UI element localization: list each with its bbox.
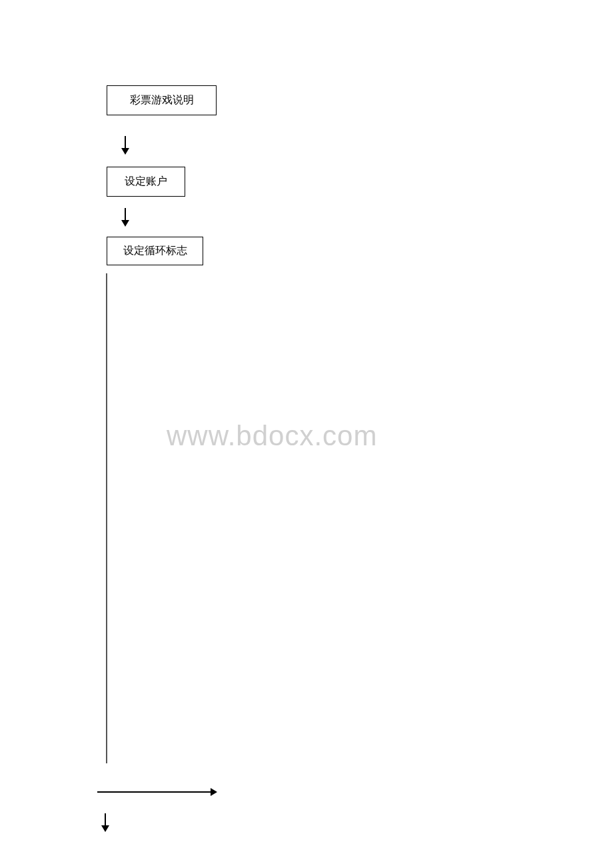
flowchart-step-lottery-game-description: 彩票游戏说明 [107,85,217,115]
flowchart-step-set-loop-flag: 设定循环标志 [107,237,203,265]
flowchart-step-set-account: 设定账户 [107,167,185,197]
flowchart-step-label: 设定账户 [125,175,167,189]
arrow-down-icon [121,136,129,155]
watermark-text: www.bdocx.com [167,420,377,452]
arrow-down-icon [101,813,109,832]
flowchart-step-label: 设定循环标志 [123,244,187,258]
arrow-down-icon [121,208,129,227]
vertical-connector-line [106,273,107,763]
flowchart-step-label: 彩票游戏说明 [130,93,194,107]
arrow-right-icon [97,788,217,796]
